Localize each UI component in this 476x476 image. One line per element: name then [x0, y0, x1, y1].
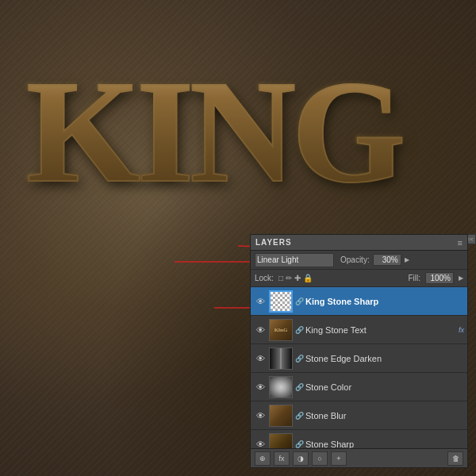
- layer-thumbnail: [269, 433, 293, 449]
- layer-visibility-toggle[interactable]: 👁: [254, 324, 267, 336]
- panel-toolbar: ⊕ fx ◑ ○ + 🗑: [251, 448, 467, 467]
- link-icon: 🔗: [295, 326, 303, 334]
- layer-name: Stone Edge Darken: [305, 354, 464, 363]
- link-icon: 🔗: [295, 383, 303, 391]
- layers-panel: LAYERS ≡ Linear Light Normal Multiply Sc…: [250, 234, 468, 468]
- layer-visibility-toggle[interactable]: 👁: [254, 352, 267, 365]
- lock-transparent-icon[interactable]: □: [278, 274, 283, 282]
- layer-visibility-toggle[interactable]: 👁: [254, 409, 267, 422]
- new-group-button[interactable]: ○: [312, 451, 328, 466]
- link-icon: 🔗: [295, 355, 303, 363]
- link-icon: 🔗: [295, 412, 303, 420]
- lock-row: Lock: □ ✏ ✚ 🔒 Fill: 100% ▶: [251, 270, 467, 287]
- opacity-label: Opacity:: [340, 255, 370, 264]
- add-mask-button[interactable]: ◑: [293, 451, 309, 466]
- blend-mode-select[interactable]: Linear Light Normal Multiply Screen Over…: [255, 253, 334, 267]
- king-text: KING: [26, 47, 401, 216]
- layer-name: King Stone Text: [305, 325, 456, 335]
- layer-name: Stone Color: [305, 382, 464, 392]
- fx-badge: fx: [459, 326, 464, 334]
- opacity-arrow-icon: ▶: [405, 256, 409, 263]
- fill-arrow-icon: ▶: [459, 274, 463, 282]
- layer-name: King Stone Sharp: [305, 297, 464, 306]
- layer-item[interactable]: 👁 🔗 Stone Blur: [251, 401, 467, 430]
- delete-layer-button[interactable]: 🗑: [447, 451, 463, 466]
- panel-header: LAYERS ≡: [251, 235, 467, 251]
- lock-position-icon[interactable]: ✚: [294, 274, 301, 282]
- layer-item[interactable]: 👁 🔗 Stone Color: [251, 373, 467, 401]
- opacity-value[interactable]: 30%: [373, 254, 401, 266]
- lock-image-icon[interactable]: ✏: [286, 274, 292, 282]
- link-icon: 🔗: [295, 298, 303, 305]
- layer-name: Stone Sharp: [305, 440, 464, 449]
- fill-label: Fill:: [408, 274, 420, 282]
- lock-all-icon[interactable]: 🔒: [303, 274, 313, 282]
- new-layer-button[interactable]: +: [331, 451, 347, 466]
- lock-label: Lock:: [255, 274, 274, 282]
- layer-item[interactable]: 👁 KlnG 🔗 King Stone Text fx: [251, 316, 467, 344]
- layer-item[interactable]: 👁 🔗 Stone Sharp: [251, 430, 467, 448]
- layer-visibility-toggle[interactable]: 👁: [254, 295, 267, 308]
- layer-thumbnail: [269, 347, 293, 370]
- blend-mode-row: Linear Light Normal Multiply Screen Over…: [251, 251, 467, 270]
- layer-thumbnail: [269, 290, 293, 313]
- layer-thumbnail: [269, 376, 293, 398]
- layer-name: Stone Blur: [305, 411, 464, 420]
- lock-icons-group: □ ✏ ✚ 🔒: [278, 274, 313, 282]
- layer-thumbnail: [269, 405, 293, 427]
- layer-item[interactable]: 👁 🔗 King Stone Sharp: [251, 287, 467, 316]
- panel-options-button[interactable]: ≡: [458, 238, 463, 248]
- layer-list: 👁 🔗 King Stone Sharp 👁 KlnG 🔗 King Stone…: [251, 287, 467, 448]
- layer-visibility-toggle[interactable]: 👁: [254, 438, 267, 449]
- add-fx-button[interactable]: fx: [274, 451, 290, 466]
- layer-item[interactable]: 👁 🔗 Stone Edge Darken: [251, 344, 467, 373]
- layer-visibility-toggle[interactable]: 👁: [254, 381, 267, 393]
- link-layers-button[interactable]: ⊕: [255, 451, 271, 466]
- layer-thumbnail: KlnG: [269, 319, 293, 341]
- panel-title: LAYERS: [255, 238, 292, 247]
- fill-value[interactable]: 100%: [425, 272, 454, 284]
- link-icon: 🔗: [295, 440, 303, 448]
- king-text-display: KING: [8, 24, 420, 238]
